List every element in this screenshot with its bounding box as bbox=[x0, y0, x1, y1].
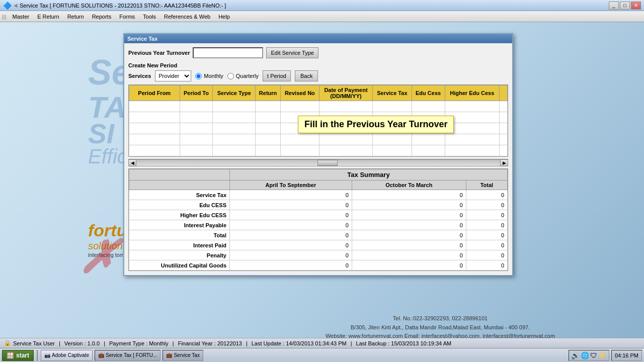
turnover-label: Previous Year Turnover bbox=[128, 50, 190, 56]
ts-row-interest-paid: Interest Paid 0 0 0 bbox=[129, 240, 508, 250]
menu-reports[interactable]: Reports bbox=[88, 13, 116, 21]
ts-row-total: Total 0 0 0 bbox=[129, 230, 508, 240]
menu-ereturn[interactable]: E Return bbox=[33, 13, 63, 21]
start-button[interactable]: 🪟 start bbox=[2, 350, 34, 361]
company-tel: Tel. No.:022-32902293, 022-28896101 bbox=[236, 314, 644, 323]
taskbar-adobe-captivate[interactable]: 📷 Adobe Captivate bbox=[41, 350, 93, 361]
th-service-type: Service Type bbox=[213, 85, 256, 101]
turnover-input[interactable] bbox=[193, 47, 263, 58]
status-payment: Payment Type : Monthly bbox=[109, 340, 169, 346]
menu-forms[interactable]: Forms bbox=[115, 13, 139, 21]
back-button[interactable]: Back bbox=[295, 70, 318, 81]
ts-val-total-oct: 0 bbox=[352, 230, 466, 240]
restore-button[interactable]: □ bbox=[620, 2, 630, 10]
tray-icon1: 🔊 bbox=[571, 351, 580, 359]
edit-service-type-button[interactable]: Edit Service Type bbox=[266, 47, 318, 58]
horizontal-scrollbar: ◀ ▶ bbox=[128, 159, 508, 166]
company-address: B/305, Jiten Kirti Apt., Datta Mandir Ro… bbox=[236, 323, 644, 332]
ts-row-edu-cess: Edu CESS 0 0 0 bbox=[129, 200, 508, 210]
quarterly-radio[interactable] bbox=[227, 73, 234, 79]
scroll-thumb[interactable] bbox=[317, 160, 338, 166]
windows-logo: 🪟 bbox=[7, 352, 14, 359]
menu-master[interactable]: Master bbox=[9, 13, 34, 21]
tray-icon2: 🌐 bbox=[581, 351, 589, 359]
status-icon: 🔒 bbox=[4, 340, 11, 346]
add-period-button[interactable]: t Period bbox=[263, 70, 291, 81]
scroll-track bbox=[136, 159, 500, 166]
status-separator3: | bbox=[173, 340, 174, 346]
ts-val-edu-cess-oct: 0 bbox=[352, 200, 466, 210]
quarterly-label: Quarterly bbox=[236, 73, 259, 79]
status-separator4: | bbox=[246, 340, 248, 346]
ts-empty-header bbox=[129, 169, 230, 180]
menu-return[interactable]: Return bbox=[63, 13, 88, 21]
dialog-title: Service Tax bbox=[124, 34, 512, 43]
status-separator2: | bbox=[104, 340, 105, 346]
taskbar-service-tax[interactable]: 💼 Service Tax bbox=[163, 350, 203, 361]
tray-icon4: ⚡ bbox=[598, 351, 607, 359]
menu-references[interactable]: References & Web bbox=[160, 13, 214, 21]
status-last-update: Last Update : 14/03/2013 01:34:43 PM bbox=[252, 340, 347, 346]
status-version: Version : 1.0.0 bbox=[64, 340, 100, 346]
td-pf[interactable] bbox=[129, 101, 180, 112]
ts-val-service-tax-oct: 0 bbox=[352, 190, 466, 200]
taskbar-clock[interactable]: 04:16 PM bbox=[611, 350, 642, 361]
monthly-radio[interactable] bbox=[195, 73, 202, 79]
ts-row-unutilized: Unutilized Capital Goods 0 0 0 bbox=[129, 260, 508, 270]
minimize-button[interactable]: _ bbox=[609, 2, 619, 10]
ts-val-interest-payable-apr: 0 bbox=[230, 220, 352, 230]
menu-tools[interactable]: Tools bbox=[139, 13, 160, 21]
th-edu-cess: Edu Cess bbox=[412, 85, 445, 101]
window-controls: _ □ ✕ bbox=[609, 2, 641, 10]
table-row bbox=[129, 134, 508, 145]
th-return: Return bbox=[256, 85, 281, 101]
ts-label-edu-cess: Edu CESS bbox=[129, 200, 230, 210]
services-row: Services Provider Recipient Monthly Quar… bbox=[128, 70, 508, 81]
status-separator1: | bbox=[59, 340, 60, 346]
service-tax-label1: Service Tax [ FORTU... bbox=[106, 352, 157, 358]
taskbar-service-tax-fortu[interactable]: 💼 Service Tax [ FORTU... bbox=[95, 350, 160, 361]
app-icon: 🔷 bbox=[3, 2, 12, 10]
ts-val-interest-paid-apr: 0 bbox=[230, 240, 352, 250]
tooltip-turnover: Fill in the Previous Year Turnover bbox=[298, 116, 454, 133]
scroll-right-button[interactable]: ▶ bbox=[500, 159, 508, 166]
taskbar: 🪟 start 📷 Adobe Captivate 💼 Service Tax … bbox=[0, 348, 644, 362]
ts-label-penalty: Penalty bbox=[129, 250, 230, 260]
start-label: start bbox=[16, 352, 29, 359]
services-select[interactable]: Provider Recipient bbox=[155, 70, 191, 81]
menu-help[interactable]: Help bbox=[214, 13, 234, 21]
ts-label-header bbox=[129, 180, 230, 190]
ts-val-interest-paid-oct: 0 bbox=[352, 240, 466, 250]
th-date-payment: Date of Payment(DD/MM/YY) bbox=[319, 85, 372, 101]
scroll-left-button[interactable]: ◀ bbox=[128, 159, 136, 166]
ts-label-interest-paid: Interest Paid bbox=[129, 240, 230, 250]
service-tax-icon2: 💼 bbox=[166, 352, 172, 358]
services-label: Services bbox=[128, 73, 151, 79]
close-button[interactable]: ✕ bbox=[631, 2, 641, 10]
tax-summary-title: Tax Summary bbox=[230, 169, 508, 180]
ts-val-higher-edu-cess-oct: 0 bbox=[352, 210, 466, 220]
ts-val-edu-cess-apr: 0 bbox=[230, 200, 352, 210]
th-higher-edu-cess: Higher Edu Cess bbox=[445, 85, 499, 101]
table-row bbox=[129, 101, 508, 112]
th-revised-no: Revised No bbox=[280, 85, 319, 101]
menu-bar: ||| Master E Return Return Reports Forms… bbox=[0, 11, 644, 22]
table-row bbox=[129, 145, 508, 156]
title-text: Service Tax [ FORTUNE SOLUTIONS - 201220… bbox=[20, 3, 609, 9]
turnover-row: Previous Year Turnover Edit Service Type bbox=[128, 47, 508, 58]
th-period-from: Period From bbox=[129, 85, 180, 101]
ts-val-total-tot: 0 bbox=[466, 230, 507, 240]
cross-logo: ✗ bbox=[76, 231, 123, 284]
ts-val-penalty-oct: 0 bbox=[352, 250, 466, 260]
ts-label-higher-edu-cess: Higher Edu CESS bbox=[129, 210, 230, 220]
ts-val-unutilized-apr: 0 bbox=[230, 260, 352, 270]
ts-row-interest-payable: Interest Payable 0 0 0 bbox=[129, 220, 508, 230]
nav-back-icon: ◀ bbox=[14, 3, 18, 8]
service-tax-dialog: Service Tax Previous Year Turnover Edit … bbox=[123, 33, 513, 276]
th-total: Total bbox=[466, 180, 507, 190]
status-financial-year: Financial Year : 20122013 bbox=[178, 340, 242, 346]
ts-val-service-tax-tot: 0 bbox=[466, 190, 507, 200]
monthly-radio-group: Monthly bbox=[195, 73, 223, 79]
company-info: Tel. No.:022-32902293, 022-28896101 B/30… bbox=[236, 314, 644, 341]
monthly-label: Monthly bbox=[204, 73, 223, 79]
